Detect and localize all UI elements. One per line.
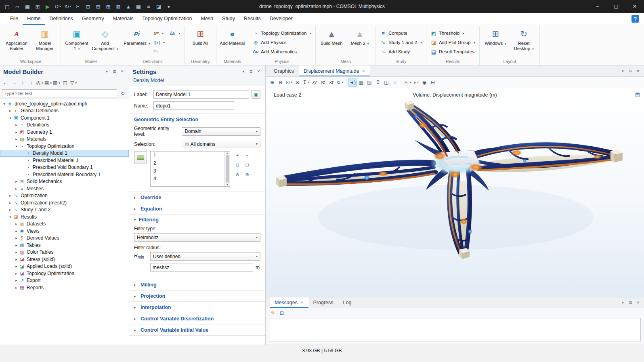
expand-icon[interactable]: ▸ [14, 130, 19, 134]
tree-node-solid-mechanics[interactable]: ▸⊞Solid Mechanics [0, 178, 129, 185]
expand-icon[interactable]: ▸ [14, 179, 19, 183]
close-panel-icon[interactable]: ✕ [635, 67, 642, 74]
zoom-to-selection-icon[interactable]: ⊕ [243, 170, 251, 179]
filter-type-dropdown[interactable]: Helmholtz [134, 233, 260, 242]
collapse-icon[interactable]: ▾ [14, 144, 19, 148]
domain-list-box[interactable]: 1234 ▲ ▼ [150, 151, 230, 187]
close-panel-icon[interactable]: ✕ [635, 299, 642, 306]
expand-icon[interactable]: ▸ [14, 222, 19, 226]
tab-graphics[interactable]: Graphics [269, 65, 299, 76]
tree-node-datasets[interactable]: ▸▦Datasets [0, 221, 129, 228]
rotate-view-icon[interactable]: ↻▾ [336, 78, 344, 86]
zoom-in-icon[interactable]: ⊕ [268, 78, 276, 86]
tree-node-topology-optimization[interactable]: ▸◪Topology Optimization [0, 270, 129, 277]
tree-node-optimization[interactable]: ▸∿Optimization [0, 192, 129, 200]
collapse-icon[interactable]: ▾ [2, 102, 7, 106]
reset-desktop-button[interactable]: ↻Reset Desktop ▾ [510, 27, 537, 52]
split-view-icon[interactable]: ◫ [382, 78, 390, 86]
topology-optimization-button[interactable]: ◔Topology Optimization▾ [250, 29, 313, 38]
section-equation[interactable]: ▸Equation [129, 203, 265, 214]
tree-node-component-1[interactable]: ▾▣Component 1 [0, 114, 129, 122]
copy-selection-icon[interactable]: ⊡ [233, 161, 241, 169]
selection-dropdown[interactable]: ▤ All domains [182, 140, 260, 148]
section-milling[interactable]: ▸Milling [129, 279, 265, 290]
split-tree-icon[interactable]: ◫ [61, 79, 69, 87]
plot-icon[interactable]: ◪ [154, 2, 164, 11]
tree-node-applied-loads-solid[interactable]: ▸◪Applied Loads (solid) [0, 263, 129, 270]
close-tab-icon[interactable]: ✕ [362, 69, 365, 73]
expand-icon[interactable]: ▸ [8, 208, 13, 212]
menu-tab-home[interactable]: Home [23, 13, 45, 25]
section-interpolation[interactable]: ▸Interpolation [129, 301, 265, 313]
domain-item[interactable]: 3 [151, 167, 230, 175]
result-templates-button[interactable]: ▤Result Templates [428, 47, 477, 56]
refresh-filter-icon[interactable]: ↻ [119, 89, 127, 97]
collapse-tree-icon[interactable]: ▤▾ [44, 79, 52, 87]
menu-tab-file[interactable]: File [6, 13, 23, 25]
run-icon[interactable]: ▶ [43, 2, 52, 11]
entity-level-dropdown[interactable]: Domain [182, 127, 260, 136]
float-panel-icon[interactable]: ⊡ [627, 299, 634, 306]
tree-node-prescribed-void-boundary-1[interactable]: ◔Prescribed Void Boundary 1 [0, 164, 129, 171]
expand-icon[interactable]: ▸ [8, 201, 13, 205]
expand-icon[interactable]: ▸ [14, 187, 19, 191]
copy-messages-icon[interactable]: ⊡ [278, 309, 286, 317]
compute-button[interactable]: ≡Compute [378, 29, 424, 38]
compute-icon[interactable]: ≡ [144, 2, 153, 11]
add-material-button[interactable]: ●Add Material [218, 27, 246, 46]
tree-node-density-model-1[interactable]: ◔Density Model 1 [0, 150, 129, 157]
close-tab-icon[interactable]: ✕ [300, 301, 304, 305]
expand-icon[interactable]: ▸ [14, 286, 19, 290]
section-control-variable-initial-value[interactable]: ▸Control Variable Initial Value [129, 324, 265, 335]
menu-tab-materials[interactable]: Materials [109, 13, 138, 25]
tree-node-topology-optimization[interactable]: ▾◔Topology Optimization [0, 143, 129, 150]
scroll-thumb[interactable] [226, 155, 229, 183]
application-builder-button[interactable]: AApplication Builder [3, 27, 30, 51]
tab-displacement-magnitude[interactable]: Displacement Magnitude✕ [299, 65, 370, 76]
expand-icon[interactable]: ▸ [14, 272, 19, 276]
expand-icon[interactable]: ▸ [14, 257, 19, 261]
expand-icon[interactable]: ▸ [14, 137, 19, 141]
tree-node-export[interactable]: ▸↗Export [0, 277, 129, 284]
clear-messages-icon[interactable]: ✎ [269, 309, 277, 317]
preview-icon[interactable]: ⊞ [33, 2, 42, 11]
tree-node-geometry-1[interactable]: ▸◩Geometry 1 [0, 128, 129, 136]
parameters-button[interactable]: PiParameters ▾ [123, 27, 151, 46]
filter-tree-icon[interactable]: ▽▾ [69, 79, 78, 87]
tree-node-definitions[interactable]: ▸≡Definitions [0, 122, 129, 129]
tree-node-meshes[interactable]: ▸▲Meshes [0, 185, 129, 192]
screenshot-icon[interactable]: ◉ [420, 78, 428, 86]
collapse-icon[interactable]: ▾ [8, 215, 13, 219]
name-field[interactable] [153, 101, 234, 110]
add-study-button[interactable]: ∿Add Study [378, 47, 424, 56]
graphics-canvas[interactable]: Load case 2 Volume: Displacement magnitu… [266, 88, 644, 297]
add-plot-group-button[interactable]: ◪Add Plot Group▾ [428, 38, 477, 47]
nonlocal-couplings-button[interactable]: Δu▾ [168, 29, 182, 38]
threshold-button[interactable]: ◩Threshold▾ [428, 29, 477, 38]
add-physics-button[interactable]: ⊛Add Physics [250, 38, 313, 47]
study-1-and-2-button[interactable]: ∿Study 1 and 2▾ [378, 38, 424, 47]
zoom-box-icon[interactable]: ⊡▾ [285, 78, 293, 86]
expand-icon[interactable]: ▸ [14, 250, 19, 254]
panel-menu-icon[interactable]: ▾ [240, 68, 247, 75]
section-projection[interactable]: ▸Projection [129, 290, 265, 301]
duplicate-icon[interactable]: ⊞ [103, 2, 113, 11]
print-icon[interactable]: ⊟ [429, 78, 437, 86]
save-icon[interactable]: ▦ [23, 2, 32, 11]
redo-icon[interactable]: ↻▾ [63, 2, 73, 11]
scroll-up-icon[interactable]: ▲ [226, 152, 229, 154]
export-image-icon[interactable]: ↧ [374, 78, 382, 86]
build-mesh-button[interactable]: ▲Build Mesh [318, 27, 345, 46]
panel-menu-icon[interactable]: ▾ [103, 68, 110, 75]
toolbar-menu-icon[interactable]: ▾ [164, 2, 174, 11]
tree-filter-input[interactable] [2, 89, 117, 97]
expand-icon[interactable]: ▸ [14, 236, 19, 240]
domain-item[interactable]: 4 [151, 175, 230, 182]
delete-icon[interactable]: ⊠ [113, 2, 123, 11]
expand-icon[interactable]: ▸ [8, 194, 13, 198]
expand-icon[interactable]: ▸ [14, 123, 19, 127]
tree-node-drone-topology-optimization-mph[interactable]: ▾◈drone_topology_optimization.mph [0, 100, 129, 107]
table-annotation-icon[interactable]: ▤ [365, 78, 373, 86]
maximize-button[interactable]: ▢ [607, 0, 625, 13]
domain-item[interactable]: 1 [151, 152, 230, 159]
